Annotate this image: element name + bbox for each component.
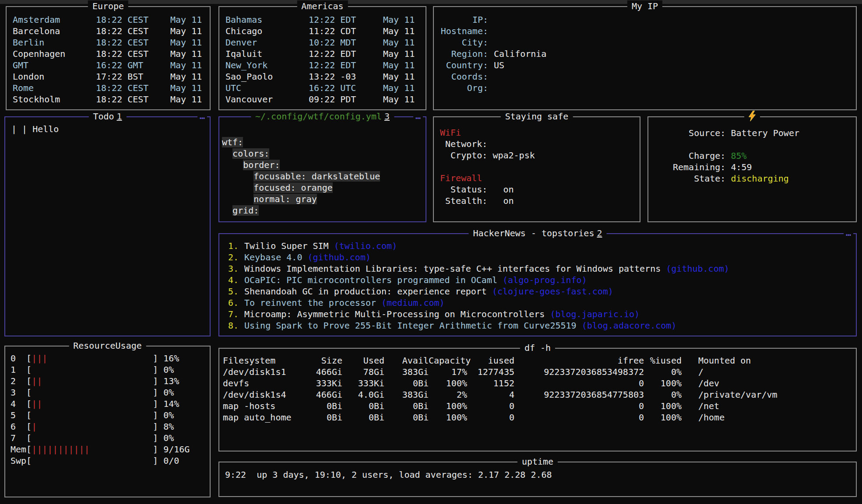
story-title[interactable]: Shenandoah GC in production: experience … (244, 286, 492, 297)
europe-clock-list: Amsterdam18:22 CESTMay 11Barcelona18:22 … (7, 7, 210, 105)
df-cell: 0Bi (310, 400, 342, 412)
story-title[interactable]: OCaPIC: PIC microcontrollers programmed … (244, 274, 503, 286)
story-domain-link[interactable]: (blog.adacore.com) (582, 320, 677, 331)
panel-todo[interactable]: Todo1 … | | Hello (4, 116, 211, 336)
clock-time: 11:22 CDT (309, 25, 383, 37)
df-cell: 17% (429, 366, 467, 378)
story-domain-link[interactable]: (medium.com) (381, 297, 445, 308)
df-cell: 0% (644, 366, 682, 378)
gauge-label: 0 [ (11, 353, 32, 364)
resource-gauge-row: 0 [||| ] 16% (11, 353, 210, 364)
clock-time: 18:22 CEST (96, 37, 170, 48)
resource-gauge-row: 3 [ ] 0% (11, 387, 210, 398)
df-cell: 466Gi (310, 366, 342, 378)
clock-row: New_York12:22 EDTMay 11 (225, 60, 419, 71)
clock-row: Amsterdam18:22 CESTMay 11 (13, 14, 204, 25)
todo-item[interactable]: | | Hello (11, 123, 204, 135)
gauge-fill: ] (47, 353, 163, 364)
hackernews-story[interactable]: 5.Shenandoah GC in production: experienc… (227, 286, 856, 297)
hackernews-story[interactable]: 3.Windows Implementation Libraries: type… (227, 263, 856, 274)
story-title[interactable]: Keybase 4.0 (244, 252, 308, 263)
clock-city: GMT (13, 60, 96, 71)
lightning-icon (749, 111, 756, 121)
df-header-cell: iused (467, 355, 514, 366)
clock-date: May 11 (383, 14, 419, 25)
ip-field-row: City: (440, 37, 850, 48)
story-domain-link[interactable]: (clojure-goes-fast.com) (492, 286, 613, 297)
ip-field-label: Region: (440, 48, 488, 60)
panel-title: HackerNews - topstories2 (469, 228, 607, 239)
df-cell: 100% (644, 400, 682, 412)
clock-time: 16:22 GMT (96, 60, 170, 71)
df-cell: 9223372036854775803 (514, 389, 644, 400)
security-line: Crypto: wpa2-psk (440, 150, 640, 161)
clock-row: Denver10:22 MDTMay 11 (225, 37, 419, 48)
df-cell: 0Bi (342, 412, 384, 423)
clock-date: May 11 (170, 14, 204, 25)
story-title[interactable]: Windows Implementation Libraries: type-s… (244, 263, 666, 274)
df-cell: 100% (429, 412, 467, 423)
panel-hackernews[interactable]: HackerNews - topstories2 … 1.Twilio Supe… (218, 233, 857, 336)
story-domain-link[interactable]: (blog.japaric.io) (550, 308, 640, 320)
df-header-cell: ifree (514, 355, 644, 366)
story-rank: 7. (227, 308, 239, 320)
clock-time: 18:22 CEST (96, 48, 170, 60)
gauge-fill: ] (32, 433, 163, 443)
config-shortcut-key: 3 (384, 111, 390, 122)
clock-city: Berlin (13, 37, 96, 48)
clock-city: Denver (225, 37, 309, 48)
hackernews-story[interactable]: 1.Twilio Super SIM (twilio.com) (227, 240, 856, 252)
ip-field-label: Country: (440, 60, 488, 71)
story-title[interactable]: To reinvent the processor (244, 297, 381, 308)
gauge-label: Mem[ (11, 444, 32, 455)
story-domain-link[interactable]: (twilio.com) (334, 240, 398, 252)
df-cell: 383Gi (384, 389, 429, 400)
clock-city: UTC (225, 82, 309, 94)
clock-time: 12:22 EDT (309, 60, 383, 71)
gauge-fill: ] (32, 387, 163, 398)
df-row: map -hosts0Bi0Bi0Bi100%00100%/net (223, 400, 856, 412)
panel-config-yml[interactable]: ~/.config/wtf/config.yml3 … wtf: colors:… (218, 116, 426, 222)
config-line: border: (222, 159, 426, 171)
overflow-ellipsis: … (413, 110, 423, 122)
df-cell: 0 (514, 400, 644, 412)
clock-city: Amsterdam (13, 14, 96, 25)
story-domain-link[interactable]: (github.com) (308, 252, 371, 263)
battery-line: Remaining: 4:59 (673, 161, 856, 173)
resource-gauge-row: Mem[||||||||||| ] 9/16G (11, 444, 210, 455)
config-indent (222, 194, 253, 204)
hackernews-story[interactable]: 4.OCaPIC: PIC microcontrollers programme… (227, 274, 856, 286)
hackernews-story[interactable]: 7.Microamp: Asymmetric Multi-Processing … (227, 308, 856, 320)
hackernews-story[interactable]: 8.Using Spark to Prove 255-Bit Integer A… (227, 320, 856, 331)
clock-city: Rome (13, 82, 96, 94)
gauge-label: 2 [ (11, 376, 32, 386)
ip-field-value: California (494, 49, 546, 59)
battery-line: Source: Battery Power (673, 127, 856, 139)
story-title[interactable]: Twilio Super SIM (244, 240, 334, 252)
hackernews-story[interactable]: 6.To reinvent the processor (medium.com) (227, 297, 856, 308)
clock-date: May 11 (383, 25, 419, 37)
story-domain-link[interactable]: (algo-prog.info) (503, 274, 587, 286)
resource-gauge-row: 1 [ ] 0% (11, 364, 210, 375)
clock-time: 12:22 EDT (309, 48, 383, 60)
panel-title: My IP (627, 0, 662, 12)
ip-field-row: IP: (440, 14, 850, 25)
panel-uptime: uptime 9:22 up 3 days, 19:10, 2 users, l… (218, 462, 857, 497)
ip-field-row: Country:US (440, 60, 850, 71)
story-title[interactable]: Using Spark to Prove 255-Bit Integer Ari… (244, 320, 582, 331)
df-cell: /home (682, 412, 856, 423)
gauge-bar: || (32, 399, 42, 409)
config-line: colors: (222, 148, 426, 159)
df-cell: / (682, 366, 856, 378)
story-rank: 8. (227, 320, 239, 331)
config-line: wtf: (222, 136, 426, 148)
story-title[interactable]: Microamp: Asymmetric Multi-Processing on… (244, 308, 550, 320)
story-rank: 4. (227, 274, 239, 286)
df-cell: map auto_home (223, 412, 310, 423)
df-cell: 0 (514, 378, 644, 389)
panel-title (744, 111, 760, 122)
df-cell: /dev/disk1s4 (223, 389, 310, 400)
hackernews-story[interactable]: 2.Keybase 4.0 (github.com) (227, 252, 856, 263)
clock-time: 10:22 MDT (309, 37, 383, 48)
story-domain-link[interactable]: (github.com) (666, 263, 729, 274)
